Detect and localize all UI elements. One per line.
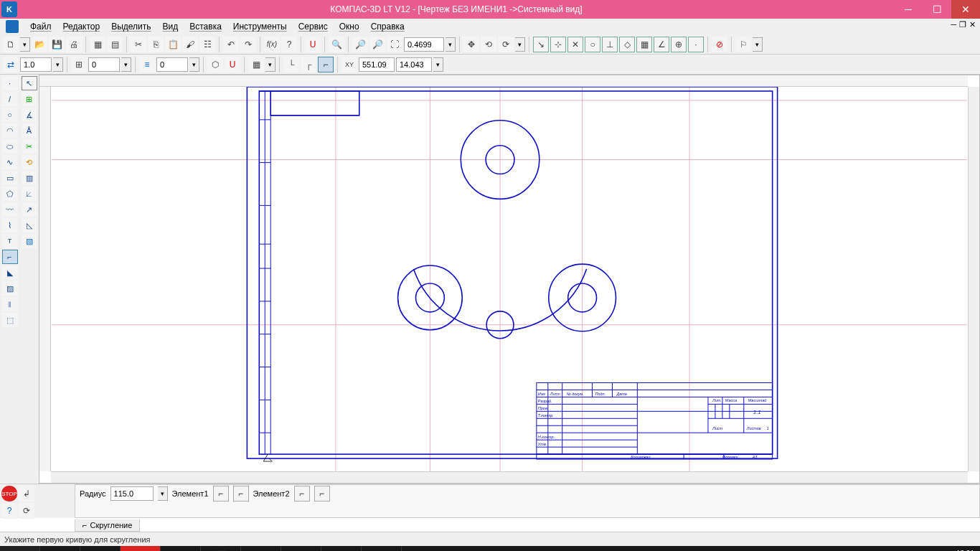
arc-tool-icon[interactable]: ◠ [2,123,18,138]
scrollbar-horizontal[interactable] [51,471,968,483]
scrollbar-vertical[interactable] [968,87,979,471]
grid-dropdown[interactable]: ▾ [265,57,275,72]
undo-button[interactable]: ↶ [223,37,239,52]
snap-center-icon[interactable]: ⊕ [671,37,687,52]
line-tool-icon[interactable]: / [2,92,18,106]
drawing-viewport[interactable]: Изм Лист № докум. Подп. Дата Разраб. Про… [51,87,968,471]
zoom-window-icon[interactable]: 🔍 [329,37,344,52]
open-button[interactable]: 📂 [32,37,47,52]
redraw-icon[interactable]: ⟳ [498,37,514,52]
word-icon[interactable]: W [362,546,402,551]
skype-icon[interactable]: S [80,546,121,551]
snap-near-icon[interactable]: ↘ [533,37,549,52]
ellipse-tool-icon[interactable]: ⬭ [2,139,18,154]
elem1-mode2-icon[interactable]: ⌐ [233,486,249,501]
zoom-out-icon[interactable]: 🔎 [369,37,385,52]
round-icon[interactable]: ⌐ [318,57,334,72]
measure-tool-icon[interactable]: ⟀ [22,187,37,201]
linestyle-icon[interactable]: ≡ [139,57,155,72]
menu-file[interactable]: Файл [24,20,57,33]
break-tool-icon[interactable]: ✂ [22,139,37,154]
start-button[interactable]: ⊞ [0,546,40,551]
save-disk-icon[interactable]: 💾 [201,546,241,551]
polyline-tool-icon[interactable]: 〰 [2,202,18,217]
zoom-prev-icon[interactable]: ⟲ [481,37,496,52]
zoom-input[interactable] [404,37,444,52]
bezier-tool-icon[interactable]: ⌇ [2,218,18,232]
step-dropdown[interactable]: ▾ [53,57,63,72]
hatch-tool-icon[interactable]: ▨ [2,281,18,296]
param-help-icon[interactable]: ? [1,503,17,519]
copy-button[interactable]: ⎘ [148,37,164,52]
snap-tangent-icon[interactable]: ○ [585,37,600,52]
coord-x-input[interactable] [359,57,395,72]
snap-intersect-icon[interactable]: ✕ [567,37,583,52]
menu-tools[interactable]: Инструменты [227,20,293,33]
snap-perp-icon[interactable]: ⊥ [602,37,618,52]
spline-tool-icon[interactable]: ∿ [2,155,18,169]
edit-tool-icon[interactable]: ⟲ [22,155,37,169]
snap-angle-icon[interactable]: ∠ [654,37,669,52]
library-icon[interactable]: ▤ [107,37,123,52]
snap-setting-icon[interactable]: ⬡ [207,57,223,72]
param-auto-icon[interactable]: ⟳ [19,503,34,519]
layer-dropdown[interactable]: ▾ [121,57,131,72]
flag-dropdown[interactable]: ▾ [753,37,763,52]
minimize-button[interactable]: ─ [894,0,923,19]
coords-icon[interactable]: ┌ [301,57,316,72]
app-menu-icon[interactable] [6,20,19,33]
properties-icon[interactable]: ☷ [199,37,215,52]
menu-view[interactable]: Вид [157,20,184,33]
select-tool-icon[interactable]: ↗ [22,202,37,217]
snap-grid-icon[interactable]: ▦ [636,37,652,52]
color-flag-icon[interactable]: ⚐ [735,37,751,52]
cursor-tool-icon[interactable]: ↖ [22,76,37,90]
new-dropdown[interactable]: ▾ [20,37,30,52]
elem2-mode1-icon[interactable]: ⌐ [294,486,310,501]
redo-button[interactable]: ↷ [240,37,256,52]
grid-icon[interactable]: ▦ [248,57,264,72]
spec-tool-icon[interactable]: ◺ [22,218,37,232]
autoborder-tool-icon[interactable]: ⬚ [2,313,18,327]
point-tool-icon[interactable]: · [2,76,18,90]
preview-icon[interactable]: ▦ [90,37,105,52]
zoom-in-icon[interactable]: 🔎 [352,37,368,52]
menu-help[interactable]: Справка [365,20,410,33]
cursor-step-icon[interactable]: ⇄ [3,57,19,72]
layer-input[interactable] [88,57,120,72]
doc-minimize-button[interactable]: ─ [951,20,956,29]
elem2-mode2-icon[interactable]: ⌐ [314,486,330,501]
coord-dropdown[interactable]: ▾ [433,57,443,72]
menu-edit[interactable]: Редактор [57,20,106,33]
xy-mode-icon[interactable]: XY [341,57,357,72]
save-button[interactable]: 💾 [49,37,65,52]
radius-dropdown[interactable]: ▾ [158,486,168,501]
param-tool-icon[interactable]: ▥ [22,171,37,185]
circle-tool-icon[interactable]: ○ [2,108,18,122]
magnet-icon[interactable]: U [305,37,321,52]
format-painter-icon[interactable]: 🖌 [182,37,198,52]
print-button[interactable]: 🖨 [66,37,82,52]
close-button[interactable]: ✕ [951,0,980,19]
paste-button[interactable]: 📋 [165,37,181,52]
zoom-dropdown[interactable]: ▾ [446,37,456,52]
menu-window[interactable]: Окно [334,20,365,33]
sym-tool-icon[interactable]: Å [22,123,37,138]
polygon-tool-icon[interactable]: ⬠ [2,187,18,201]
layer-icon[interactable]: ⊞ [71,57,87,72]
text-tool-icon[interactable]: T [2,234,18,248]
ortho-icon[interactable]: └ [283,57,299,72]
new-button[interactable]: 🗋 [3,37,19,52]
param-tab[interactable]: ⌐ Скругление [75,519,140,532]
radius-input[interactable] [110,486,154,501]
snap-vertex-icon[interactable]: ◇ [619,37,635,52]
chrome-icon[interactable]: ◉ [241,546,281,551]
aimp-icon[interactable]: ◎ [161,546,201,551]
hatch-style-icon[interactable]: ▧ [22,234,37,248]
coord-y-input[interactable] [396,57,432,72]
step-input[interactable] [20,57,52,72]
menu-select[interactable]: Выделить [105,20,156,33]
help-button[interactable]: ? [281,37,297,52]
elem1-mode1-icon[interactable]: ⌐ [213,486,229,501]
view-dropdown[interactable]: ▾ [515,37,525,52]
